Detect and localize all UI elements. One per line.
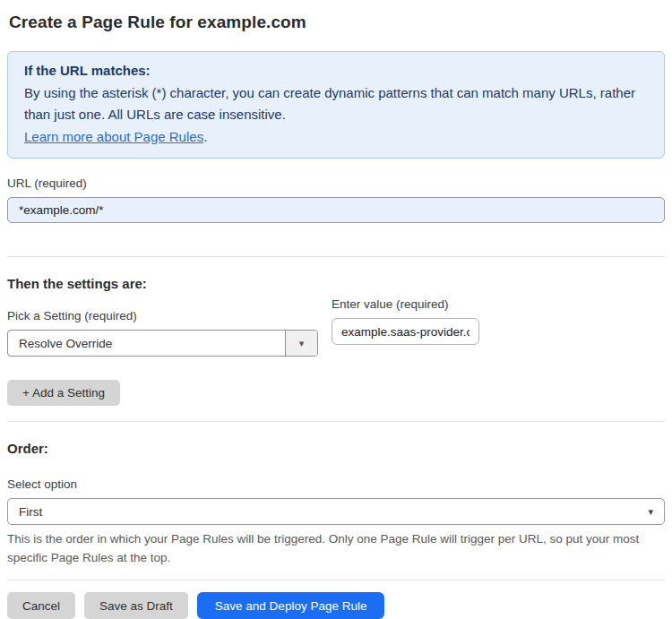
setting-select-value: Resolve Override xyxy=(8,337,285,350)
divider xyxy=(7,421,665,422)
setting-value-input[interactable] xyxy=(332,318,479,345)
divider xyxy=(7,256,665,257)
order-select[interactable]: First ▾ xyxy=(7,498,665,525)
setting-select[interactable]: Resolve Override ▾ xyxy=(7,330,318,357)
url-match-info-box: If the URL matches: By using the asteris… xyxy=(7,51,665,159)
caret-down-icon[interactable]: ▾ xyxy=(285,331,317,356)
order-select-label: Select option xyxy=(7,477,665,491)
settings-row: Pick a Setting (required) Resolve Overri… xyxy=(7,291,665,357)
info-box-body: By using the asterisk (*) character, you… xyxy=(24,82,648,126)
url-label: URL (required) xyxy=(7,176,665,190)
caret-down-icon: ▾ xyxy=(648,506,653,518)
link-suffix: . xyxy=(203,129,207,144)
info-box-heading: If the URL matches: xyxy=(24,60,648,82)
info-box-link-line: Learn more about Page Rules. xyxy=(24,126,648,149)
save-draft-button[interactable]: Save as Draft xyxy=(84,592,188,619)
order-section-heading: Order: xyxy=(7,441,665,456)
setting-value-label: Enter value (required) xyxy=(332,297,479,311)
learn-more-link[interactable]: Learn more about Page Rules xyxy=(24,129,203,144)
order-select-value: First xyxy=(19,505,648,519)
create-page-rule-form: Create a Page Rule for example.com If th… xyxy=(0,0,672,619)
save-deploy-button[interactable]: Save and Deploy Page Rule xyxy=(197,592,385,619)
add-setting-button[interactable]: + Add a Setting xyxy=(7,380,120,406)
setting-picker-label: Pick a Setting (required) xyxy=(7,309,318,322)
divider xyxy=(7,580,665,580)
page-title: Create a Page Rule for example.com xyxy=(9,13,665,32)
order-help-text: This is the order in which your Page Rul… xyxy=(7,529,665,567)
url-input[interactable] xyxy=(7,197,665,223)
settings-section-heading: Then the settings are: xyxy=(7,276,665,291)
cancel-button[interactable]: Cancel xyxy=(7,592,75,619)
setting-value-column: Enter value (required) xyxy=(332,291,479,357)
setting-picker-column: Pick a Setting (required) Resolve Overri… xyxy=(7,291,318,357)
footer-actions: Cancel Save as Draft Save and Deploy Pag… xyxy=(7,592,665,619)
